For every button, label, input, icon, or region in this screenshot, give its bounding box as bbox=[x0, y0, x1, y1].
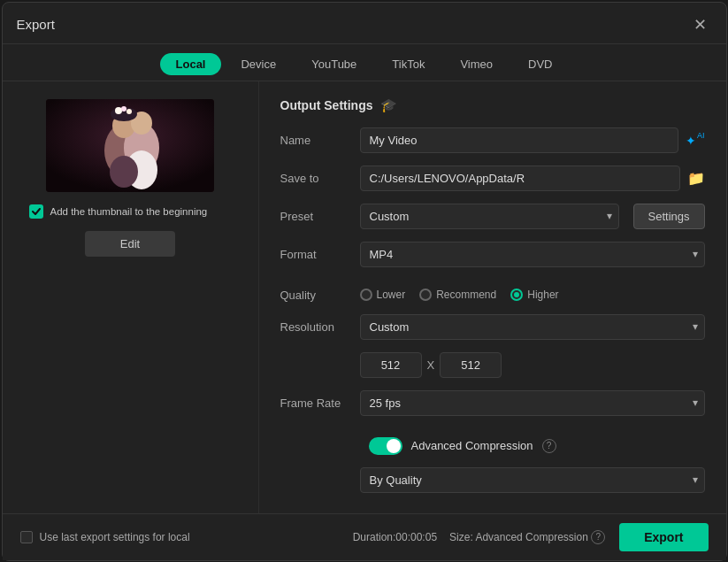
advanced-compression-toggle[interactable] bbox=[369, 437, 402, 455]
by-quality-row: By Quality bbox=[280, 467, 705, 493]
quality-lower-radio[interactable] bbox=[360, 289, 372, 301]
resolution-label: Resolution bbox=[280, 320, 360, 334]
quality-recommend[interactable]: Recommend bbox=[419, 289, 496, 301]
preset-select-wrapper: Custom bbox=[360, 204, 619, 229]
quality-lower-label: Lower bbox=[377, 289, 406, 301]
export-dialog: Export ✕ Local Device YouTube TikTok Vim… bbox=[2, 2, 727, 561]
frame-rate-label: Frame Rate bbox=[280, 396, 360, 410]
preview-thumbnail bbox=[46, 99, 214, 192]
name-label: Name bbox=[280, 134, 360, 147]
thumbnail-checkbox-row[interactable]: Add the thumbnail to the beginning bbox=[20, 204, 208, 219]
close-button[interactable]: ✕ bbox=[688, 13, 712, 36]
footer-info: Duration:00:00:05 Size: Advanced Compres… bbox=[353, 530, 606, 544]
resolution-select[interactable]: Custom bbox=[360, 314, 705, 340]
footer-left: Use last export settings for local bbox=[20, 531, 190, 543]
preset-label: Preset bbox=[280, 210, 360, 223]
main-content: Add the thumbnail to the beginning Edit … bbox=[3, 81, 726, 513]
quality-higher-radio[interactable] bbox=[510, 289, 523, 301]
resolution-select-wrapper: Custom bbox=[360, 314, 705, 340]
by-quality-select[interactable]: By Quality bbox=[360, 467, 705, 493]
quality-higher[interactable]: Higher bbox=[510, 289, 558, 301]
path-input: C:/Users/LENOVO/AppData/R bbox=[360, 166, 680, 191]
format-label: Format bbox=[280, 248, 360, 261]
frame-rate-select-wrapper: 25 fps bbox=[360, 390, 705, 416]
export-button[interactable]: Export bbox=[619, 523, 708, 551]
frame-rate-row: Frame Rate 25 fps bbox=[280, 390, 705, 416]
footer-right: Duration:00:00:05 Size: Advanced Compres… bbox=[353, 523, 709, 551]
size-help-icon[interactable]: ? bbox=[591, 530, 605, 544]
preset-row: Preset Custom Settings bbox=[280, 204, 705, 229]
quality-lower[interactable]: Lower bbox=[360, 289, 406, 301]
frame-rate-control: 25 fps bbox=[360, 390, 705, 416]
size-text: Size: Advanced Compression ? bbox=[449, 530, 605, 544]
save-to-row: Save to C:/Users/LENOVO/AppData/R 📁 bbox=[280, 166, 705, 191]
x-separator: X bbox=[427, 358, 435, 372]
resolution-width-input[interactable] bbox=[360, 352, 422, 378]
format-select-wrapper: MP4 bbox=[360, 242, 705, 267]
resolution-height-input[interactable] bbox=[440, 352, 502, 378]
resolution-inputs: X bbox=[360, 352, 502, 378]
ai-icon[interactable]: ✦AI bbox=[686, 131, 705, 150]
tab-device[interactable]: Device bbox=[225, 53, 292, 75]
name-input[interactable] bbox=[360, 127, 678, 153]
name-control: ✦AI bbox=[360, 127, 705, 153]
use-last-settings-label: Use last export settings for local bbox=[40, 531, 190, 543]
save-to-label: Save to bbox=[280, 172, 360, 185]
tab-dvd[interactable]: DVD bbox=[512, 53, 568, 75]
preset-select[interactable]: Custom bbox=[360, 204, 619, 229]
save-to-control: C:/Users/LENOVO/AppData/R 📁 bbox=[360, 166, 705, 191]
right-panel: Output Settings 🎓 Name ✦AI Save to C:/Us… bbox=[259, 81, 726, 513]
resolution-control: Custom bbox=[360, 314, 705, 340]
tab-bar: Local Device YouTube TikTok Vimeo DVD bbox=[3, 44, 726, 81]
output-settings-info-icon[interactable]: 🎓 bbox=[380, 97, 397, 113]
output-settings-title: Output Settings 🎓 bbox=[280, 97, 705, 113]
footer: Use last export settings for local Durat… bbox=[3, 513, 726, 560]
quality-radio-group: Lower Recommend Higher bbox=[360, 289, 559, 301]
by-quality-control: By Quality bbox=[360, 467, 705, 493]
duration-text: Duration:00:00:05 bbox=[353, 531, 437, 543]
edit-button[interactable]: Edit bbox=[85, 231, 175, 257]
format-select[interactable]: MP4 bbox=[360, 242, 705, 267]
tab-tiktok[interactable]: TikTok bbox=[376, 53, 441, 75]
preset-control: Custom Settings bbox=[360, 204, 705, 229]
advanced-compression-label: Advanced Compression bbox=[411, 439, 533, 452]
settings-button[interactable]: Settings bbox=[633, 204, 705, 229]
frame-rate-select[interactable]: 25 fps bbox=[360, 390, 705, 416]
dialog-title: Export bbox=[17, 17, 55, 32]
resolution-row: Resolution Custom bbox=[280, 314, 705, 340]
thumbnail-label: Add the thumbnail to the beginning bbox=[50, 206, 208, 217]
svg-point-11 bbox=[110, 156, 138, 188]
quality-label: Quality bbox=[280, 289, 360, 302]
svg-point-7 bbox=[115, 107, 122, 114]
by-quality-select-wrapper: By Quality bbox=[360, 467, 705, 493]
left-panel: Add the thumbnail to the beginning Edit bbox=[3, 81, 259, 513]
quality-row: Quality Lower Recommend High bbox=[280, 289, 705, 302]
resolution-values-control: X bbox=[360, 352, 705, 378]
resolution-values-row: X bbox=[280, 352, 705, 378]
format-row: Format MP4 bbox=[280, 242, 705, 267]
advanced-compression-row: Advanced Compression ? bbox=[280, 437, 705, 455]
title-bar: Export ✕ bbox=[3, 3, 726, 44]
name-row: Name ✦AI bbox=[280, 127, 705, 153]
thumbnail-checkbox[interactable] bbox=[29, 204, 43, 219]
use-last-settings-checkbox[interactable] bbox=[20, 531, 33, 543]
tab-vimeo[interactable]: Vimeo bbox=[444, 53, 509, 75]
format-control: MP4 bbox=[360, 242, 705, 267]
advanced-compression-help-icon[interactable]: ? bbox=[542, 439, 556, 453]
tab-youtube[interactable]: YouTube bbox=[295, 53, 372, 75]
tab-local[interactable]: Local bbox=[160, 53, 222, 75]
quality-control: Lower Recommend Higher bbox=[360, 289, 705, 301]
folder-icon[interactable]: 📁 bbox=[687, 170, 705, 187]
svg-point-9 bbox=[126, 109, 132, 114]
svg-point-8 bbox=[121, 106, 126, 112]
quality-recommend-radio[interactable] bbox=[419, 289, 432, 301]
quality-recommend-label: Recommend bbox=[436, 289, 496, 301]
quality-higher-label: Higher bbox=[527, 289, 558, 301]
